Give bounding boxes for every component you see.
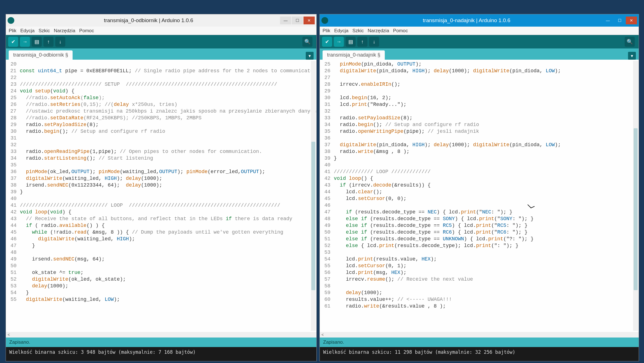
upload-button[interactable]: → [20, 37, 30, 47]
code-line[interactable]: 55 digitalWrite(waiting_led, LOW); [6, 296, 316, 303]
close-button[interactable]: ✕ [626, 17, 637, 24]
code-line[interactable]: 30 lcd.begin(16, 2); [320, 94, 639, 101]
code-line[interactable]: 55 lcd.setCursor(0, 1); [320, 262, 639, 269]
code-line[interactable]: 21const uint64_t pipe = 0xE8E8F0F0E1LL; … [6, 68, 316, 74]
code-line[interactable]: 43 if (irrecv.decode(&results)) { [320, 182, 639, 189]
code-line[interactable]: 27 [320, 74, 639, 81]
code-line[interactable]: 22 [6, 74, 316, 81]
code-line[interactable]: 51 else if (results.decode_type == UNKNO… [320, 236, 639, 242]
code-line[interactable]: 52 digitalWrite(ok_led, ok_state); [6, 276, 316, 283]
menu-plik[interactable]: Plik [9, 28, 16, 34]
code-line[interactable]: 49 irsend.sendNEC(msg, 64); [6, 256, 316, 262]
menu-szkic[interactable]: Szkic [352, 28, 364, 34]
menu-edycja[interactable]: Edycja [20, 28, 34, 34]
code-line[interactable]: 42void loop(void) { [6, 209, 316, 215]
code-line[interactable]: 45 while (!radio.read( &msg, 8 )) { // D… [6, 229, 316, 236]
tab-menu-button[interactable]: ▾ [306, 52, 314, 60]
open-button[interactable]: ↑ [43, 37, 54, 47]
code-line[interactable]: 61 radio.write(&results.value , 8 ); [320, 303, 639, 310]
code-line[interactable]: 48 else if (results.decode_type == SONY)… [320, 215, 639, 222]
menu-pomoc[interactable]: Pomoc [393, 28, 408, 34]
code-line[interactable]: 56 lcd.print(msg, HEX); [320, 269, 639, 276]
verify-button[interactable]: ✔ [322, 37, 332, 47]
verify-button[interactable]: ✔ [8, 37, 18, 47]
code-line[interactable]: 50 [6, 262, 316, 269]
titlebar-right[interactable]: transmisja_0-nadajnik | Arduino 1.0.6 — … [320, 14, 639, 27]
minimize-button[interactable]: — [602, 17, 613, 24]
code-line[interactable]: 32 [6, 141, 316, 148]
vertical-scrollbar[interactable] [311, 61, 316, 331]
code-editor-right[interactable]: 25 pinMode(pin_dioda, OUTPUT);26 digital… [320, 60, 639, 332]
horizontal-scrollbar[interactable]: < [320, 332, 639, 338]
serial-monitor-button[interactable]: 🔍 [302, 37, 312, 47]
code-line[interactable]: 53 [320, 249, 639, 256]
code-line[interactable]: 43 // Receive the state of all buttons, … [6, 215, 316, 222]
menu-plik[interactable]: Plik [323, 28, 330, 34]
menu-edycja[interactable]: Edycja [334, 28, 348, 34]
new-button[interactable]: ▤ [32, 37, 42, 47]
code-line[interactable]: 44 lcd.clear(); [320, 189, 639, 195]
code-line[interactable]: 20 [6, 61, 316, 68]
horizontal-scrollbar[interactable]: < [6, 332, 316, 338]
code-line[interactable]: 36 pinMode(ok_led,OUTPUT); pinMode(waiti… [6, 168, 316, 175]
code-line[interactable]: 49 else if (results.decode_type == RC5) … [320, 222, 639, 229]
code-line[interactable]: 59 delay(1000); [320, 289, 639, 296]
code-line[interactable]: 52 else { lcd.print(results.decode_type)… [320, 242, 639, 249]
code-line[interactable]: 50 else if (results.decode_type == RC6) … [320, 229, 639, 236]
code-line[interactable]: 42void loop() { [320, 175, 639, 182]
open-button[interactable]: ↑ [357, 37, 367, 47]
menu-szkic[interactable]: Szkic [38, 28, 50, 34]
maximize-button[interactable]: ☐ [614, 17, 625, 24]
code-line[interactable]: 60 results.value++; // <----- UWAGA!!! [320, 296, 639, 303]
code-line[interactable]: 41///////////////////////////// LOOP ///… [6, 202, 316, 209]
menu-narzędzia[interactable]: Narzędzia [368, 28, 389, 34]
code-line[interactable]: 38 radio.write(&msg , 8 ); [320, 148, 639, 155]
code-line[interactable]: 39} [6, 189, 316, 195]
sketch-tab-right[interactable]: transmisja_0-nadajnik § [323, 50, 385, 60]
code-line[interactable]: 47 if (results.decode_type == NEC) { lcd… [320, 209, 639, 215]
code-line[interactable]: 46 [320, 202, 639, 209]
code-line[interactable]: 25 pinMode(pin_dioda, OUTPUT); [320, 61, 639, 68]
vertical-scrollbar[interactable] [633, 61, 638, 331]
code-line[interactable]: 39} [320, 155, 639, 162]
serial-monitor-button[interactable]: 🔍 [625, 37, 635, 47]
code-line[interactable]: 28 irrecv.enableIRIn(); [320, 81, 639, 88]
code-line[interactable]: 25 //radio.setAutoAck(false); [6, 94, 316, 101]
upload-button[interactable]: → [334, 37, 344, 47]
code-line[interactable]: 40 [320, 162, 639, 168]
code-line[interactable]: 51 ok_state ^= true; [6, 269, 316, 276]
code-line[interactable]: 46 digitalWrite(waiting_led, HIGH); [6, 236, 316, 242]
titlebar-left[interactable]: transmisja_0-odbiornik | Arduino 1.0.6 —… [6, 14, 316, 27]
code-line[interactable]: 36 [320, 135, 639, 141]
code-line[interactable]: 24void setup(void) { [6, 88, 316, 94]
code-line[interactable]: 33 radio.openReadingPipe(1,pipe); // Ope… [6, 148, 316, 155]
save-button[interactable]: ↓ [55, 37, 65, 47]
code-line[interactable]: 40 [6, 195, 316, 202]
code-line[interactable]: 35 radio.openWritingPipe(pipe); // jesli… [320, 128, 639, 135]
code-line[interactable]: 35 [6, 162, 316, 168]
code-line[interactable]: 28 //radio.setDataRate(RF24_250KBPS); //… [6, 115, 316, 121]
code-line[interactable]: 31 [6, 135, 316, 141]
new-button[interactable]: ▤ [346, 37, 356, 47]
tab-menu-button[interactable]: ▾ [628, 52, 636, 60]
code-line[interactable]: 37 digitalWrite(waiting_led, HIGH); dela… [6, 175, 316, 182]
code-line[interactable]: 30 radio.begin(); // Setup and configure… [6, 128, 316, 135]
save-button[interactable]: ↓ [369, 37, 379, 47]
maximize-button[interactable]: ☐ [292, 17, 303, 24]
code-line[interactable]: 26 //radio.setRetries(0,15); //(delay x*… [6, 101, 316, 108]
menu-pomoc[interactable]: Pomoc [79, 28, 94, 34]
code-line[interactable]: 54 } [6, 289, 316, 296]
code-line[interactable]: 23/////////////////////////// SETUP ////… [6, 81, 316, 88]
minimize-button[interactable]: — [280, 17, 291, 24]
code-line[interactable]: 31 lcd.print("Ready..."); [320, 101, 639, 108]
code-line[interactable]: 57 irrecv.resume(); // Receive the next … [320, 276, 639, 283]
code-line[interactable]: 47 } [6, 242, 316, 249]
code-line[interactable]: 37 digitalWrite(pin_dioda, HIGH); delay(… [320, 141, 639, 148]
code-line[interactable]: 33 radio.setPayloadSize(8); [320, 115, 639, 121]
sketch-tab-left[interactable]: transmisja_0-odbiornik § [9, 50, 73, 60]
code-line[interactable]: 53 delay(1000); [6, 283, 316, 289]
code-line[interactable]: 45 lcd.setCursor(0, 0); [320, 195, 639, 202]
menu-narzędzia[interactable]: Narzędzia [54, 28, 75, 34]
code-line[interactable]: 58 [320, 283, 639, 289]
code-line[interactable]: 34 radio.startListening(); // Start list… [6, 155, 316, 162]
